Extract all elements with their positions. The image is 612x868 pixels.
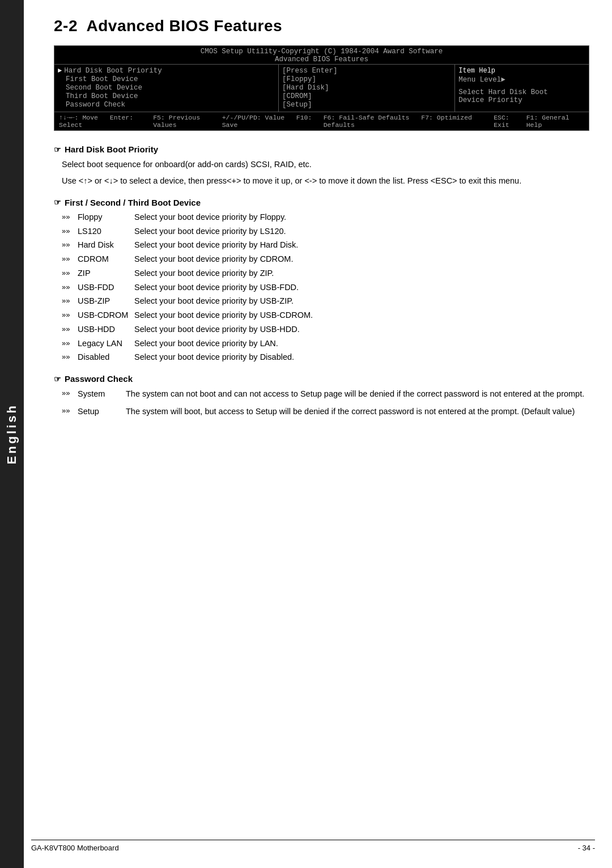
phone-icon-3: ☞ <box>54 375 61 384</box>
sub-item-desc: Select your boot device priority by USB-… <box>134 295 589 308</box>
sub-item-arrow-icon: »» <box>62 253 74 265</box>
sub-item-desc: Select your boot device priority by USB-… <box>134 309 589 322</box>
bios-item-second-boot: Second Boot Device <box>66 84 142 92</box>
bios-item-third-boot: Third Boot Device <box>66 92 138 100</box>
bios-footer-defaults: F6: Fail-Safe Defaults F7: Optimized Def… <box>324 114 494 129</box>
sub-item-desc: Select your boot device priority by Disa… <box>134 351 589 364</box>
list-item: »» System The system can not boot and ca… <box>62 388 589 400</box>
sub-item-desc: The system will boot, but access to Setu… <box>126 405 589 418</box>
sub-item-arrow-icon: »» <box>62 239 74 250</box>
sub-item-name: USB-ZIP <box>78 295 134 308</box>
bios-row-3: Second Boot Device <box>58 84 275 92</box>
bios-val-1: [Press Enter] <box>282 67 451 75</box>
hard-disk-boot-title: Hard Disk Boot Priority <box>65 144 158 154</box>
sub-item-desc: Select your boot device priority by USB-… <box>134 282 589 294</box>
sub-item-desc: Select your boot device priority by LAN. <box>134 338 589 350</box>
bios-footer: ↑↓→←: Move Enter: Select F5: Previous Va… <box>54 112 589 130</box>
page-footer: GA-K8VT800 Motherboard - 34 - <box>31 840 595 852</box>
sub-item-arrow-icon: »» <box>62 405 74 416</box>
sub-item-name: Floppy <box>78 211 134 224</box>
bios-val-5: [Setup] <box>282 101 451 109</box>
sub-item-arrow-icon: »» <box>62 295 74 307</box>
password-check-heading: ☞ Password Check <box>54 374 589 384</box>
sub-item-arrow-icon: »» <box>62 338 74 349</box>
list-item: »» USB-CDROM Select your boot device pri… <box>62 309 589 322</box>
list-item: »» Hard Disk Select your boot device pri… <box>62 239 589 252</box>
bios-item-password: Password Check <box>66 101 125 109</box>
bios-help-text1: Select Hard Disk Boot <box>458 88 585 96</box>
hard-disk-boot-section: ☞ Hard Disk Boot Priority Select boot se… <box>54 144 589 188</box>
sub-item-desc: Select your boot device priority by LS12… <box>134 225 589 238</box>
bios-right-column: Item Help Menu Level► Select Hard Disk B… <box>455 65 589 112</box>
boot-device-list: »» Floppy Select your boot device priori… <box>62 211 589 364</box>
list-item: »» Floppy Select your boot device priori… <box>62 211 589 224</box>
bios-item-hard-disk: Hard Disk Boot Priority <box>64 67 162 75</box>
bios-screen: CMOS Setup Utility-Copyright (C) 1984-20… <box>54 45 589 131</box>
list-item: »» USB-HDD Select your boot device prior… <box>62 324 589 336</box>
sub-item-name: Disabled <box>78 351 134 364</box>
sub-item-name: ZIP <box>78 267 134 280</box>
bios-footer-f1: F1: General Help <box>526 114 584 129</box>
sub-item-name: Setup <box>78 405 126 418</box>
side-tab-label: English <box>5 403 19 464</box>
sub-item-name: Hard Disk <box>78 239 134 252</box>
bios-footer-esc: ESC: Exit <box>494 114 526 129</box>
list-item: »» Setup The system will boot, but acces… <box>62 405 589 418</box>
bios-header-line1: CMOS Setup Utility-Copyright (C) 1984-20… <box>54 48 589 56</box>
bios-row-5: Password Check <box>58 101 275 109</box>
sub-item-name: CDROM <box>78 253 134 266</box>
sub-item-desc: Select your boot device priority by USB-… <box>134 324 589 336</box>
bios-help-text2: Device Priority <box>458 96 585 104</box>
section-heading: Advanced BIOS Features <box>87 17 283 35</box>
bios-val-harddisk: [Hard Disk] <box>282 84 329 92</box>
sub-item-arrow-icon: »» <box>62 351 74 363</box>
bios-val-press-enter: [Press Enter] <box>282 67 338 75</box>
list-item: »» USB-FDD Select your boot device prior… <box>62 282 589 294</box>
bios-val-floppy: [Floppy] <box>282 75 316 83</box>
bios-header: CMOS Setup Utility-Copyright (C) 1984-20… <box>54 46 589 65</box>
sub-item-arrow-icon: »» <box>62 324 74 335</box>
hard-disk-boot-para2: Use <↑> or <↓> to select a device, then … <box>62 175 589 187</box>
sub-item-arrow-icon: »» <box>62 211 74 223</box>
sub-item-desc: Select your boot device priority by CDRO… <box>134 253 589 266</box>
sub-item-name: LS120 <box>78 225 134 238</box>
footer-left: GA-K8VT800 Motherboard <box>31 844 119 852</box>
bios-menu-level: Menu Level► <box>458 76 585 84</box>
bios-arrow-1: ► <box>58 67 62 75</box>
bios-left-column: ► Hard Disk Boot Priority First Boot Dev… <box>54 65 279 112</box>
password-check-section: ☞ Password Check »» System The system ca… <box>54 374 589 418</box>
bios-row-2: First Boot Device <box>58 75 275 83</box>
sub-item-name: USB-CDROM <box>78 309 134 322</box>
bios-middle-column: [Press Enter] [Floppy] [Hard Disk] [CDRO… <box>279 65 455 112</box>
main-content: 2-2 Advanced BIOS Features CMOS Setup Ut… <box>31 0 612 450</box>
sub-item-name: USB-HDD <box>78 324 134 336</box>
bios-val-4: [CDROM] <box>282 92 451 100</box>
sub-item-desc: The system can not boot and can not acce… <box>126 388 589 400</box>
hard-disk-boot-para1: Select boot sequence for onboard(or add-… <box>62 158 589 171</box>
sub-item-desc: Select your boot device priority by Hard… <box>134 239 589 252</box>
hard-disk-boot-heading: ☞ Hard Disk Boot Priority <box>54 144 589 154</box>
password-check-list: »» System The system can not boot and ca… <box>62 388 589 418</box>
list-item: »» CDROM Select your boot device priorit… <box>62 253 589 266</box>
sub-item-name: System <box>78 388 126 400</box>
bios-footer-f5: F5: Previous Values <box>153 114 222 129</box>
sub-item-arrow-icon: »» <box>62 225 74 237</box>
sub-item-desc: Select your boot device priority by Flop… <box>134 211 589 224</box>
bios-val-setup: [Setup] <box>282 101 312 109</box>
bios-val-cdrom: [CDROM] <box>282 92 312 100</box>
bios-item-first-boot: First Boot Device <box>66 75 138 83</box>
footer-right: - 34 - <box>578 844 595 852</box>
boot-device-heading: ☞ First / Second / Third Boot Device <box>54 198 589 207</box>
list-item: »» USB-ZIP Select your boot device prior… <box>62 295 589 308</box>
bios-item-help-title: Item Help <box>458 67 585 75</box>
list-item: »» LS120 Select your boot device priorit… <box>62 225 589 238</box>
sub-item-arrow-icon: »» <box>62 388 74 399</box>
side-tab: English <box>0 0 24 868</box>
bios-row-1: ► Hard Disk Boot Priority <box>58 67 275 75</box>
phone-icon-1: ☞ <box>54 145 61 154</box>
bios-val-2: [Floppy] <box>282 75 451 83</box>
bios-footer-value: +/-/PU/PD: Value F10: Save <box>222 114 324 129</box>
section-title: 2-2 Advanced BIOS Features <box>54 17 589 35</box>
list-item: »» Legacy LAN Select your boot device pr… <box>62 338 589 350</box>
list-item: »» ZIP Select your boot device priority … <box>62 267 589 280</box>
